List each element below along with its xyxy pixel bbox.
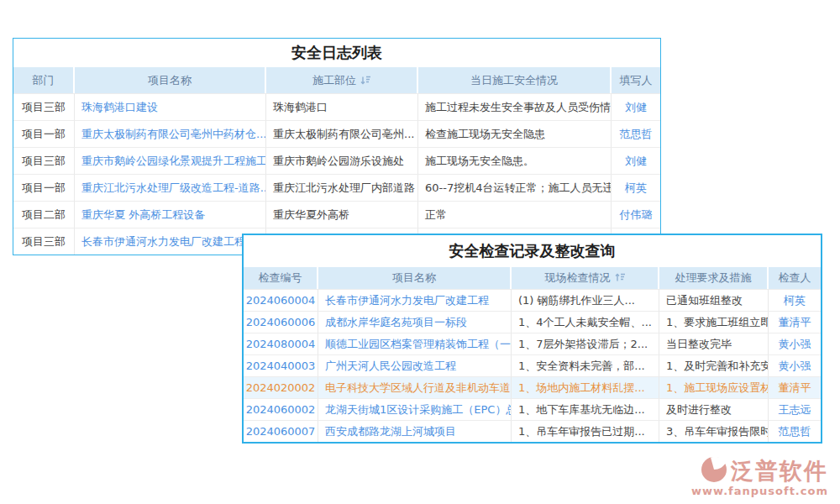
- table-row[interactable]: 2024080004 顺德工业园区档案管理精装饰工程（一标段 1、7层外架搭设滞…: [244, 333, 821, 354]
- project-link[interactable]: 成都水岸华庭名苑项目一标段: [318, 311, 512, 333]
- inspector-link[interactable]: 黄小强: [769, 333, 821, 354]
- table-body: 2024060004 长春市伊通河水力发电厂改建工程 (1) 钢筋绑扎作业三人.…: [244, 289, 821, 442]
- check-id-link[interactable]: 2024060002: [244, 398, 318, 420]
- dept-cell: 项目三部: [13, 93, 75, 120]
- table-row[interactable]: 2024060006 成都水岸华庭名苑项目一标段 1、4个工人未戴安全帽、...…: [244, 311, 821, 333]
- col-header-writer: 填写人: [612, 67, 660, 93]
- dept-cell: 项目一部: [13, 120, 75, 147]
- project-link[interactable]: 重庆市鹅岭公园绿化景观提升工程施工: [75, 147, 266, 174]
- action-cell: 1、及时完善和补充安全、质...: [659, 354, 769, 376]
- status-cell: 施工现场无安全隐患。: [418, 147, 612, 174]
- page-title: 安全检查记录及整改查询: [244, 235, 821, 267]
- col-header-location: 施工部位: [266, 67, 418, 93]
- dept-cell: 项目三部: [13, 147, 75, 174]
- table-row[interactable]: 项目二部 重庆华夏 外高桥工程设备 重庆华夏外高桥 正常 付伟璐: [13, 201, 660, 228]
- project-link[interactable]: 长春市伊通河水力发电厂改建工程: [318, 289, 512, 311]
- table-row[interactable]: 2024060007 西安成都路龙湖上河城项目 1、吊车年审报告已过期... 3…: [244, 420, 821, 442]
- status-cell: 60--7挖机4台运转正常；施工人员无违...: [418, 174, 612, 201]
- writer-link[interactable]: 付伟璐: [612, 201, 660, 228]
- inspector-link[interactable]: 董清平: [769, 376, 821, 398]
- writer-link[interactable]: 刘健: [612, 93, 660, 120]
- writer-link[interactable]: 刘健: [612, 147, 660, 174]
- fanpu-logo-icon: [701, 456, 727, 486]
- action-cell: 1、要求施工班组立即正确佩...: [659, 311, 769, 333]
- dept-cell: 项目一部: [13, 174, 75, 201]
- action-cell: 及时进行整改: [659, 398, 769, 420]
- writer-link[interactable]: 范思哲: [612, 120, 660, 147]
- finding-cell: 1、安全资料未完善，部...: [512, 354, 659, 376]
- status-cell: 施工过程未发生安全事故及人员受伤情况: [418, 93, 612, 120]
- table-row-selected[interactable]: 2024020002 电子科技大学区域人行道及非机动车道工程 1、场地内施工材料…: [244, 376, 821, 398]
- col-header-project: 项目名称: [75, 67, 266, 93]
- location-cell: 重庆市鹅岭公园游乐设施处: [266, 147, 418, 174]
- table-row[interactable]: 项目一部 重庆江北污水处理厂级改造工程-道路... 重庆江北污水处理厂内部道路 …: [13, 174, 660, 201]
- finding-cell: 1、地下车库基坑无临边...: [512, 398, 659, 420]
- check-id-link[interactable]: 2024060004: [244, 289, 318, 311]
- finding-cell: 1、7层外架搭设滞后；2...: [512, 333, 659, 354]
- check-id-link[interactable]: 2024040003: [244, 354, 318, 376]
- col-header-finding: 现场检查情况: [512, 267, 659, 289]
- action-cell: 已通知班组整改: [659, 289, 769, 311]
- finding-cell: 1、4个工人未戴安全帽、...: [512, 311, 659, 333]
- sort-amount-icon[interactable]: [360, 68, 370, 93]
- table-row[interactable]: 项目三部 重庆市鹅岭公园绿化景观提升工程施工 重庆市鹅岭公园游乐设施处 施工现场…: [13, 147, 660, 174]
- inspector-link[interactable]: 王志远: [769, 398, 821, 420]
- action-cell: 当日整改完毕: [659, 333, 769, 354]
- check-id-link[interactable]: 2024080004: [244, 333, 318, 354]
- col-header-check-id: 检查编号: [244, 267, 318, 289]
- inspector-link[interactable]: 董清平: [769, 311, 821, 333]
- table-header-row: 检查编号 项目名称 现场检查情况 处理要求及措施 检查人: [244, 267, 821, 289]
- sort-amount-icon[interactable]: [615, 268, 625, 289]
- project-link[interactable]: 广州天河人民公园改造工程: [318, 354, 512, 376]
- dept-cell: 项目二部: [13, 201, 75, 228]
- inspector-link[interactable]: 范思哲: [769, 420, 821, 442]
- project-link[interactable]: 重庆太极制药有限公司亳州中药材仓...: [75, 120, 266, 147]
- table-row[interactable]: 2024060004 长春市伊通河水力发电厂改建工程 (1) 钢筋绑扎作业三人.…: [244, 289, 821, 311]
- col-header-project: 项目名称: [318, 267, 512, 289]
- status-cell: 检查施工现场无安全隐患: [418, 120, 612, 147]
- location-cell: 珠海鹤港口: [266, 93, 418, 120]
- project-link[interactable]: 顺德工业园区档案管理精装饰工程（一标段: [318, 333, 512, 354]
- writer-link[interactable]: 柯英: [612, 174, 660, 201]
- location-cell: 重庆江北污水处理厂内部道路: [266, 174, 418, 201]
- action-cell: 3、吊车年审报告限时上交。: [659, 420, 769, 442]
- check-id-link[interactable]: 2024060006: [244, 311, 318, 333]
- check-id-link[interactable]: 2024020002: [244, 376, 318, 398]
- table-row[interactable]: 项目三部 珠海鹤港口建设 珠海鹤港口 施工过程未发生安全事故及人员受伤情况 刘健: [13, 93, 660, 120]
- location-cell: 重庆太极制药有限公司亳州...: [266, 120, 418, 147]
- brand-watermark: 泛普软件 www.fanpusoft.com: [691, 456, 828, 497]
- col-header-status: 当日施工安全情况: [418, 67, 612, 93]
- project-link[interactable]: 电子科技大学区域人行道及非机动车道工程: [318, 376, 512, 398]
- inspector-link[interactable]: 柯英: [769, 289, 821, 311]
- table-row[interactable]: 2024040003 广州天河人民公园改造工程 1、安全资料未完善，部... 1…: [244, 354, 821, 376]
- col-header-inspector: 检查人: [769, 267, 821, 289]
- location-cell: 重庆华夏外高桥: [266, 201, 418, 228]
- dept-cell: 项目三部: [13, 228, 75, 255]
- project-link[interactable]: 西安成都路龙湖上河城项目: [318, 420, 512, 442]
- col-header-action: 处理要求及措施: [659, 267, 769, 289]
- project-link[interactable]: 长春市伊通河水力发电厂改建工程: [75, 228, 266, 255]
- table-body: 项目三部 珠海鹤港口建设 珠海鹤港口 施工过程未发生安全事故及人员受伤情况 刘健…: [13, 93, 660, 255]
- finding-cell: 1、吊车年审报告已过期...: [512, 420, 659, 442]
- table-header-row: 部门 项目名称 施工部位 当日施工安全情况 填写人: [13, 67, 660, 93]
- brand-name: 泛普软件: [731, 456, 828, 486]
- action-cell: 1、施工现场应设置材料临时...: [659, 376, 769, 398]
- col-header-dept: 部门: [13, 67, 75, 93]
- project-link[interactable]: 重庆江北污水处理厂级改造工程-道路...: [75, 174, 266, 201]
- project-link[interactable]: 龙湖天街城1区设计采购施工（EPC）总承: [318, 398, 512, 420]
- safety-log-table: 安全日志列表 部门 项目名称 施工部位 当日施工安全情况 填写人 项目三部 珠海…: [13, 38, 661, 255]
- finding-cell: (1) 钢筋绑扎作业三人...: [512, 289, 659, 311]
- table-row[interactable]: 2024060002 龙湖天街城1区设计采购施工（EPC）总承 1、地下车库基坑…: [244, 398, 821, 420]
- finding-cell: 1、场地内施工材料乱摆...: [512, 376, 659, 398]
- table-row[interactable]: 项目一部 重庆太极制药有限公司亳州中药材仓... 重庆太极制药有限公司亳州...…: [13, 120, 660, 147]
- project-link[interactable]: 珠海鹤港口建设: [75, 93, 266, 120]
- project-link[interactable]: 重庆华夏 外高桥工程设备: [75, 201, 266, 228]
- inspector-link[interactable]: 黄小强: [769, 354, 821, 376]
- page-title: 安全日志列表: [13, 39, 660, 67]
- safety-inspection-table: 安全检查记录及整改查询 检查编号 项目名称 现场检查情况 处理要求及措施 检查人…: [242, 234, 822, 444]
- check-id-link[interactable]: 2024060007: [244, 420, 318, 442]
- brand-url: www.fanpusoft.com: [691, 485, 828, 497]
- status-cell: 正常: [418, 201, 612, 228]
